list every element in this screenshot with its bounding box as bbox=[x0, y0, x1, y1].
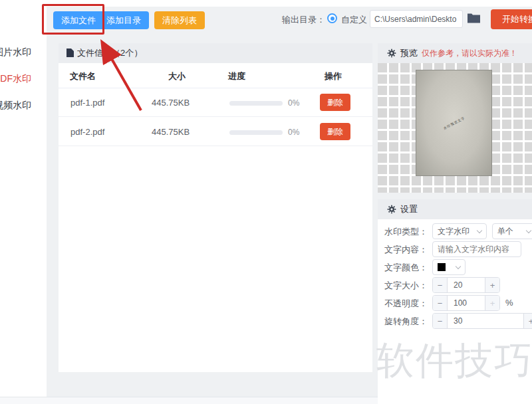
preview-canvas: 水印预览文字 bbox=[378, 63, 532, 193]
settings-title: 设置 bbox=[400, 203, 418, 215]
clear-list-button[interactable]: 清除列表 bbox=[154, 11, 205, 29]
custom-radio[interactable] bbox=[327, 13, 337, 23]
color-swatch-black bbox=[438, 263, 446, 271]
opacity-unit: % bbox=[505, 298, 513, 308]
file-name: pdf-1.pdf bbox=[70, 98, 104, 108]
file-panel-title: 文件信息（2个） bbox=[77, 48, 142, 58]
start-convert-button[interactable]: 开始转换 bbox=[491, 9, 532, 29]
folder-icon bbox=[467, 15, 481, 25]
column-progress: 进度 bbox=[228, 70, 245, 82]
page-watermark-text: 软件技巧 bbox=[376, 336, 532, 387]
progress-bar bbox=[229, 101, 283, 106]
file-icon bbox=[66, 49, 74, 57]
progress-percent: 0% bbox=[288, 98, 299, 108]
delete-button[interactable]: 删除 bbox=[320, 94, 350, 111]
watermark-type-label: 水印类型： bbox=[384, 226, 428, 238]
watermark-type-value: 文字水印 bbox=[438, 226, 469, 237]
watermark-type-select[interactable]: 文字水印 bbox=[432, 223, 487, 239]
gear-icon bbox=[387, 205, 396, 214]
add-file-button[interactable]: 添加文件 bbox=[53, 11, 104, 29]
column-filename: 文件名 bbox=[70, 70, 96, 82]
watermark-mode-select[interactable]: 单个 bbox=[492, 223, 532, 239]
preview-header: 预览 仅作参考，请以实际为准！ bbox=[378, 43, 532, 63]
file-panel-header: 文件信息（2个） bbox=[59, 43, 372, 63]
chevron-down-icon bbox=[456, 263, 461, 268]
text-color-select[interactable] bbox=[432, 259, 466, 275]
delete-button[interactable]: 删除 bbox=[320, 123, 350, 140]
opacity-value[interactable]: 100 bbox=[448, 296, 485, 310]
column-size: 大小 bbox=[168, 70, 186, 82]
table-row: pdf-1.pdf 445.75KB 0% 删除 bbox=[59, 88, 372, 117]
column-action: 操作 bbox=[325, 70, 342, 82]
custom-radio-label[interactable]: 自定义 bbox=[341, 14, 367, 26]
gear-icon bbox=[387, 49, 396, 58]
table-header-row: 文件名 大小 进度 操作 bbox=[59, 63, 372, 88]
sidebar-item-image-watermark[interactable]: 图片水印 bbox=[0, 47, 47, 58]
chevron-down-icon bbox=[526, 227, 531, 233]
document-preview: 水印预览文字 bbox=[416, 70, 492, 176]
chevron-down-icon bbox=[477, 227, 482, 233]
file-list-panel: 文件信息（2个） 文件名 大小 进度 操作 pdf-1.pdf 445.75KB… bbox=[59, 43, 372, 372]
increase-button[interactable]: + bbox=[523, 314, 532, 328]
text-content-label: 文字内容： bbox=[384, 244, 428, 256]
text-size-value[interactable]: 20 bbox=[448, 278, 485, 292]
progress-bar bbox=[229, 130, 283, 135]
increase-button[interactable]: + bbox=[485, 278, 499, 292]
text-size-label: 文字大小： bbox=[384, 280, 428, 292]
preview-title: 预览 bbox=[400, 47, 418, 59]
sidebar: 图片水印 PDF水印 视频水印 bbox=[0, 7, 47, 397]
sidebar-item-pdf-watermark[interactable]: PDF水印 bbox=[0, 73, 47, 85]
output-directory-label: 输出目录： bbox=[282, 14, 325, 26]
text-color-label: 文字颜色： bbox=[384, 262, 428, 274]
opacity-stepper: − 100 + bbox=[432, 295, 500, 311]
watermark-sample-text: 水印预览文字 bbox=[442, 116, 466, 130]
file-name: pdf-2.pdf bbox=[70, 127, 104, 137]
text-content-input[interactable] bbox=[432, 241, 521, 257]
preview-panel: 预览 仅作参考，请以实际为准！ 水印预览文字 bbox=[378, 43, 532, 193]
table-row: pdf-2.pdf 445.75KB 0% 删除 bbox=[59, 118, 372, 146]
preview-notice: 仅作参考，请以实际为准！ bbox=[422, 48, 517, 59]
opacity-label: 不透明度： bbox=[384, 298, 428, 310]
browse-folder-button[interactable] bbox=[466, 12, 481, 25]
text-size-stepper: − 20 + bbox=[432, 277, 500, 293]
progress-percent: 0% bbox=[288, 128, 299, 137]
decrease-button[interactable]: − bbox=[433, 296, 448, 310]
watermark-mode-value: 单个 bbox=[497, 226, 513, 237]
output-path-input[interactable] bbox=[370, 10, 463, 28]
file-size: 445.75KB bbox=[152, 127, 190, 137]
settings-header: 设置 bbox=[378, 199, 532, 219]
add-directory-button[interactable]: 添加目录 bbox=[98, 11, 149, 29]
increase-button-disabled: + bbox=[485, 296, 499, 310]
rotation-label: 旋转角度： bbox=[384, 316, 428, 328]
decrease-button[interactable]: − bbox=[433, 314, 448, 328]
sidebar-item-video-watermark[interactable]: 视频水印 bbox=[0, 100, 47, 112]
decrease-button[interactable]: − bbox=[433, 278, 448, 292]
rotation-stepper: − 30 + bbox=[432, 313, 532, 329]
rotation-value[interactable]: 30 bbox=[448, 314, 523, 328]
file-size: 445.75KB bbox=[152, 98, 190, 108]
